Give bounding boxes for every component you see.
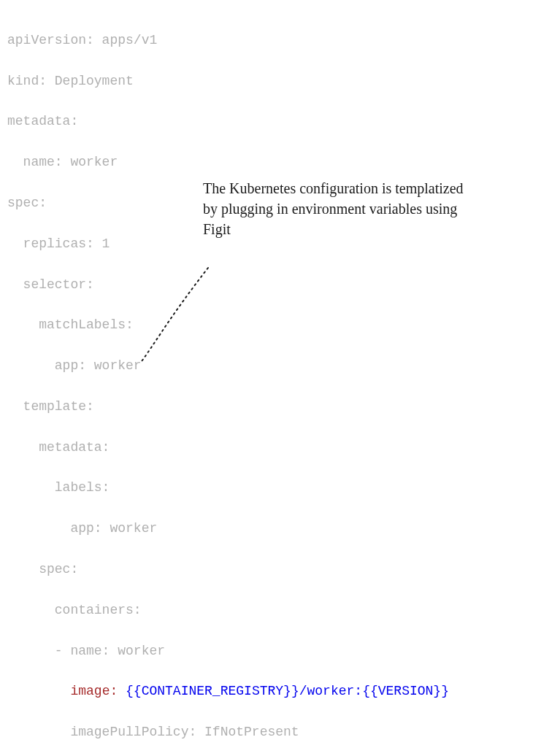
yaml-line: imagePullPolicy: IfNotPresent (7, 722, 526, 743)
image-key: image: (70, 684, 118, 698)
template-var-registry: CONTAINER_REGISTRY (142, 684, 283, 698)
annotation-text: The Kubernetes configuration is templati… (203, 178, 480, 239)
yaml-line: app: worker (7, 519, 526, 539)
space (118, 684, 126, 698)
yaml-line: - name: worker (7, 641, 526, 662)
template-open: {{ (362, 684, 378, 698)
indent (7, 684, 70, 698)
yaml-code-block: apiVersion: apps/v1 kind: Deployment met… (7, 10, 526, 756)
yaml-line: template: (7, 397, 526, 417)
image-path: /worker: (299, 684, 362, 698)
yaml-line: labels: (7, 478, 526, 498)
yaml-line: selector: (7, 275, 526, 296)
template-close: }} (433, 684, 449, 698)
template-close: }} (283, 684, 299, 698)
template-var-version: VERSION (378, 684, 434, 698)
yaml-line: metadata: (7, 438, 526, 458)
yaml-line: containers: (7, 601, 526, 621)
yaml-line: kind: Deployment (7, 72, 526, 92)
yaml-line: apiVersion: apps/v1 (7, 31, 526, 51)
highlighted-image-line: image: {{CONTAINER_REGISTRY}}/worker:{{V… (7, 682, 526, 702)
yaml-line: metadata: (7, 112, 526, 132)
template-open: {{ (126, 684, 142, 698)
yaml-line: spec: (7, 560, 526, 580)
yaml-line: app: worker (7, 356, 526, 377)
yaml-line: matchLabels: (7, 315, 526, 336)
yaml-line: name: worker (7, 153, 526, 173)
